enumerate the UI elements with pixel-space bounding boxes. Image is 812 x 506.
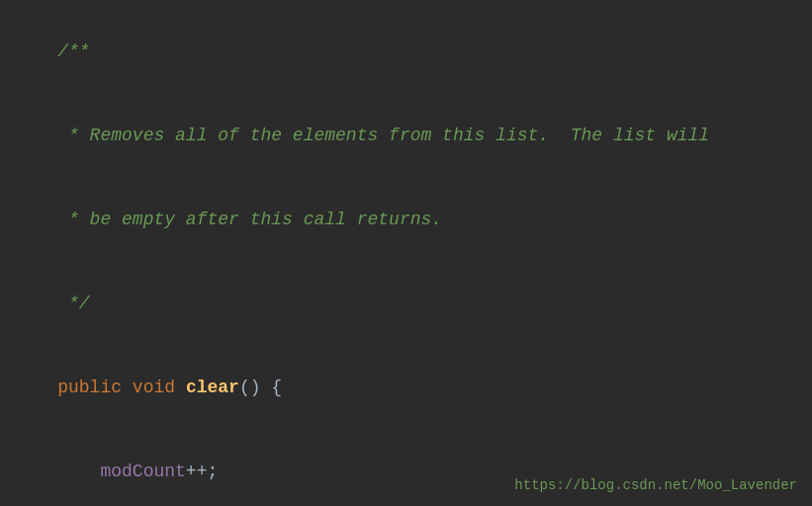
code-line-3: * be empty after this call returns. (0, 178, 812, 262)
kw-void: void (133, 378, 175, 397)
space1 (122, 378, 133, 397)
code-line-2: * Removes all of the elements from this … (0, 94, 812, 178)
code-line-5: public void clear() { (0, 346, 812, 430)
increment: ++; (186, 462, 218, 481)
kw-public: public (57, 378, 122, 397)
code-line-4: */ (0, 262, 812, 346)
var-modcount: modCount (100, 462, 185, 481)
indent1 (57, 462, 100, 481)
space2 (175, 378, 186, 397)
comment-open: /** (57, 42, 89, 61)
watermark: https://blog.csdn.net/Moo_Lavender (514, 475, 797, 496)
code-editor: /** * Removes all of the elements from t… (0, 0, 812, 506)
comment-line3: * be empty after this call returns. (57, 210, 442, 229)
paren-open: () { (239, 378, 282, 397)
comment-close: */ (57, 294, 89, 313)
code-line-1: /** (0, 10, 812, 94)
comment-line2: * Removes all of the elements from this … (57, 126, 709, 145)
method-clear: clear (186, 378, 239, 397)
